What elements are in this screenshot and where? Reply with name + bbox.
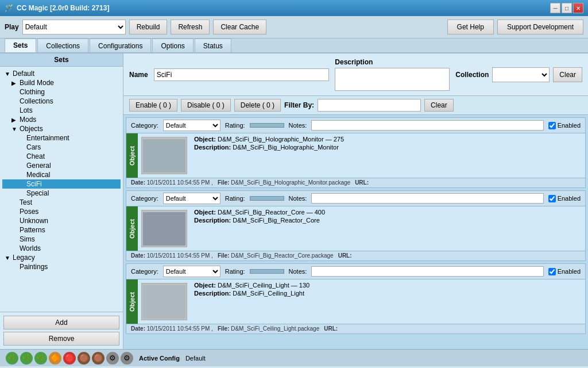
tree-arrow: ▼ bbox=[11, 126, 18, 132]
item-url: URL: bbox=[355, 179, 369, 186]
category-select[interactable]: Default bbox=[163, 266, 220, 277]
thumb-image bbox=[143, 139, 185, 172]
window-controls[interactable]: ─ □ ✕ bbox=[550, 3, 583, 13]
collection-clear-button[interactable]: Clear bbox=[553, 67, 582, 82]
play-label: Play bbox=[5, 23, 19, 31]
filter-clear-button[interactable]: Clear bbox=[424, 99, 454, 112]
item-side-label: Object bbox=[126, 133, 138, 178]
sidebar-item-scifi[interactable]: SciFi bbox=[2, 179, 121, 189]
tree-arrow: ▼ bbox=[5, 255, 11, 261]
status-icon-9[interactable]: ⚙ bbox=[121, 352, 133, 365]
tree-label: General bbox=[26, 162, 51, 170]
sidebar-item-collections[interactable]: Collections bbox=[2, 97, 121, 106]
collection-select[interactable] bbox=[492, 67, 550, 82]
item-file: File: D&M_SciFi_Big_Reactor_Core.package bbox=[218, 252, 334, 259]
sidebar-item-cars[interactable]: Cars bbox=[2, 143, 121, 152]
enabled-checkbox[interactable] bbox=[548, 195, 556, 202]
title-bar: 🪄 CC Magic [2.0r0 Build: 2713] ─ □ ✕ bbox=[0, 0, 588, 16]
tree-label: Collections bbox=[20, 97, 53, 105]
clear-cache-button[interactable]: Clear Cache bbox=[213, 20, 266, 34]
tree-label: SciFi bbox=[26, 180, 42, 188]
notes-input[interactable] bbox=[311, 120, 543, 131]
sidebar-item-special[interactable]: Special bbox=[2, 189, 121, 198]
sidebar-item-mods[interactable]: ▶Mods bbox=[2, 115, 121, 124]
status-icon-7[interactable]: 🟤 bbox=[92, 352, 105, 365]
tab-status[interactable]: Status bbox=[195, 39, 231, 52]
sidebar-item-medical[interactable]: Medical bbox=[2, 170, 121, 179]
description-label: Description bbox=[335, 58, 450, 66]
enabled-checkbox[interactable] bbox=[548, 122, 556, 129]
tab-configurations[interactable]: Configurations bbox=[90, 39, 151, 52]
enabled-check[interactable]: Enabled bbox=[548, 268, 581, 275]
sidebar-item-legacy[interactable]: ▼Legacy bbox=[2, 253, 121, 262]
delete-button[interactable]: Delete ( 0 ) bbox=[234, 99, 281, 112]
sidebar-item-clothing[interactable]: Clothing bbox=[2, 87, 121, 97]
filter-input[interactable] bbox=[318, 99, 421, 112]
status-icon-3[interactable]: 🌿 bbox=[34, 352, 47, 365]
sidebar-item-test[interactable]: Test bbox=[2, 198, 121, 207]
item-url: URL: bbox=[324, 325, 338, 332]
rating-bar[interactable] bbox=[250, 123, 284, 128]
sidebar-item-patterns[interactable]: Patterns bbox=[2, 225, 121, 235]
active-config-value: Default bbox=[185, 355, 206, 362]
item-thumbnail bbox=[141, 210, 187, 247]
close-button[interactable]: ✕ bbox=[573, 3, 583, 13]
enabled-check[interactable]: Enabled bbox=[548, 195, 581, 202]
collection-group: Collection Clear bbox=[455, 67, 582, 82]
tab-sets[interactable]: Sets bbox=[5, 39, 36, 52]
rating-bar[interactable] bbox=[250, 196, 284, 201]
tab-collections[interactable]: Collections bbox=[37, 39, 88, 52]
status-icon-1[interactable]: 🌿 bbox=[6, 352, 18, 365]
item-date: Date: 10/15/2011 10:54:55 PM , bbox=[131, 252, 213, 259]
disable-button[interactable]: Disable ( 0 ) bbox=[181, 99, 231, 112]
item-thumbnail bbox=[141, 283, 187, 320]
status-icon-4[interactable]: 🔶 bbox=[49, 352, 61, 365]
enabled-check[interactable]: Enabled bbox=[548, 122, 581, 129]
tree-arrow: ▶ bbox=[11, 117, 18, 123]
tree-label: Special bbox=[26, 189, 49, 197]
sidebar-item-cheat[interactable]: Cheat bbox=[2, 152, 121, 161]
sidebar-item-sims[interactable]: Sims bbox=[2, 235, 121, 244]
sidebar-item-build-mode[interactable]: ▶Build Mode bbox=[2, 78, 121, 87]
refresh-button[interactable]: Refresh bbox=[171, 20, 210, 34]
enabled-checkbox[interactable] bbox=[548, 268, 556, 275]
tree-label: Poses bbox=[20, 208, 38, 216]
status-bar: 🌿 🌿 🌿 🔶 🔴 🟤 🟤 ⚙ ⚙ Active Config Default bbox=[0, 349, 588, 366]
rebuild-button[interactable]: Rebuild bbox=[129, 20, 168, 34]
category-select[interactable]: Default bbox=[163, 193, 220, 204]
sidebar-item-objects[interactable]: ▼Objects bbox=[2, 124, 121, 133]
tree-label: Clothing bbox=[20, 88, 45, 96]
status-icon-5[interactable]: 🔴 bbox=[63, 352, 76, 365]
description-input[interactable] bbox=[335, 68, 450, 91]
add-button[interactable]: Add bbox=[3, 316, 119, 329]
enable-button[interactable]: Enable ( 0 ) bbox=[129, 99, 177, 112]
minimize-button[interactable]: ─ bbox=[550, 3, 560, 13]
status-icon-6[interactable]: 🟤 bbox=[78, 352, 90, 365]
remove-button[interactable]: Remove bbox=[3, 332, 119, 346]
item-side-label: Object bbox=[126, 206, 138, 251]
tree-label: Patterns bbox=[20, 226, 45, 234]
sidebar-item-poses[interactable]: Poses bbox=[2, 207, 121, 216]
tab-options[interactable]: Options bbox=[152, 39, 193, 52]
notes-input[interactable] bbox=[311, 266, 543, 277]
item-details: Object: D&M_SciFi_Big_Reactor_Core — 400… bbox=[191, 206, 585, 251]
sidebar-item-unknown[interactable]: Unknown bbox=[2, 216, 121, 225]
main-area: Sets ▼Default▶Build ModeClothingCollecti… bbox=[0, 53, 588, 349]
play-select[interactable]: Default bbox=[22, 20, 126, 34]
maximize-button[interactable]: □ bbox=[562, 3, 572, 13]
sidebar-item-default[interactable]: ▼Default bbox=[2, 69, 121, 78]
status-icon-2[interactable]: 🌿 bbox=[20, 352, 33, 365]
name-input[interactable] bbox=[154, 68, 330, 81]
rating-bar[interactable] bbox=[250, 269, 284, 274]
status-icon-8[interactable]: ⚙ bbox=[106, 352, 119, 365]
category-select[interactable]: Default bbox=[163, 120, 220, 131]
notes-input[interactable] bbox=[311, 193, 543, 204]
item-description: Description: D&M_SciFi_Ceiling_Light bbox=[194, 290, 582, 297]
sidebar-item-entertainment[interactable]: Entertainment bbox=[2, 133, 121, 143]
get-help-button[interactable]: Get Help bbox=[447, 20, 494, 34]
sidebar-item-worlds[interactable]: Worlds bbox=[2, 244, 121, 253]
sidebar-item-paintings[interactable]: Paintings bbox=[2, 262, 121, 271]
support-button[interactable]: Support Development bbox=[497, 20, 583, 34]
sidebar-item-general[interactable]: General bbox=[2, 161, 121, 170]
sidebar-item-lots[interactable]: Lots bbox=[2, 106, 121, 115]
